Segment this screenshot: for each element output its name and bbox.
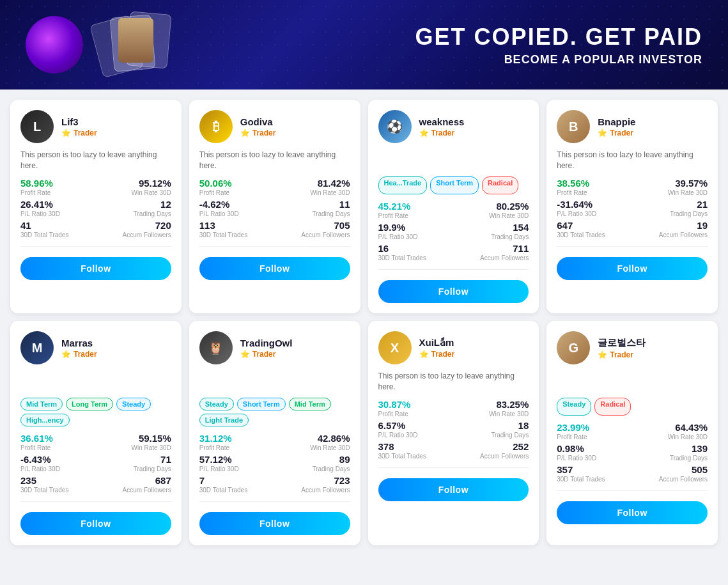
- card-info-globo: 글로벌스타⭐Trader: [598, 337, 646, 359]
- stat-label-godiva-4: 30D Total Trades: [199, 231, 272, 238]
- stat-label-xuilam-2: P/L Ratio 30D: [378, 432, 451, 439]
- tag-marras-2: Steady: [116, 398, 151, 410]
- card-tags-weakness: Hea...TradeShort TermRadical: [378, 176, 529, 194]
- stat-value-globo-5: 505: [635, 464, 708, 475]
- stat-marras-3: 71Trading Days: [98, 454, 171, 472]
- stat-label-xuilam-0: Profit Rate: [378, 410, 451, 417]
- stat-label-marras-1: Win Rate 30D: [98, 444, 171, 451]
- follow-button-bnappie[interactable]: Follow: [557, 257, 708, 280]
- follow-button-lif3[interactable]: Follow: [20, 257, 171, 280]
- stat-label-globo-0: Profit Rate: [557, 433, 630, 441]
- trader-name-weakness: weakness: [419, 116, 465, 127]
- stat-label-tradingowl-1: Win Rate 30D: [277, 444, 350, 451]
- trader-name-bnappie: Bnappie: [598, 116, 635, 127]
- banner-subtitle: BECOME A POPULAR INVESTOR: [415, 53, 702, 66]
- trader-card-marras: MMarras⭐TraderMid TermLong TermSteadyHig…: [10, 321, 182, 545]
- stat-value-lif3-0: 58.96%: [20, 178, 93, 189]
- stat-value-godiva-3: 11: [277, 199, 350, 210]
- stat-label-tradingowl-3: Trading Days: [277, 465, 350, 472]
- stat-label-bnappie-1: Win Rate 30D: [635, 189, 708, 196]
- stat-xuilam-2: 6.57%P/L Ratio 30D: [378, 420, 451, 439]
- banner: GET COPIED. GET PAID BECOME A POPULAR IN…: [0, 0, 728, 90]
- stat-label-tradingowl-5: Accum Followers: [277, 487, 350, 494]
- stat-xuilam-3: 18Trading Days: [456, 420, 529, 439]
- stat-marras-5: 687Accum Followers: [98, 475, 171, 494]
- card-desc-weakness: [378, 150, 529, 170]
- tag-globo-1: Radical: [594, 398, 631, 416]
- stat-globo-0: 23.99%Profit Rate: [557, 422, 630, 441]
- stat-label-xuilam-3: Trading Days: [456, 432, 529, 439]
- stat-label-lif3-1: Win Rate 30D: [98, 189, 171, 196]
- stat-value-tradingowl-2: 57.12%: [199, 454, 272, 465]
- stat-label-globo-3: Trading Days: [635, 455, 708, 462]
- trader-name-tradingowl: TradingOwl: [240, 338, 293, 348]
- stat-value-godiva-0: 50.06%: [199, 178, 272, 189]
- follow-button-globo[interactable]: Follow: [557, 501, 708, 524]
- follow-button-xuilam[interactable]: Follow: [378, 478, 529, 501]
- role-label-globo: Trader: [610, 350, 633, 359]
- card-info-lif3: Lif3⭐Trader: [61, 116, 97, 137]
- stat-value-godiva-5: 705: [277, 220, 350, 231]
- stat-label-weakness-3: Trading Days: [456, 233, 529, 240]
- follow-button-marras[interactable]: Follow: [20, 512, 171, 535]
- stat-weakness-0: 45.21%Profit Rate: [378, 201, 451, 219]
- stat-godiva-0: 50.06%Profit Rate: [199, 178, 272, 196]
- stat-value-weakness-3: 154: [456, 222, 529, 233]
- follow-button-weakness[interactable]: Follow: [378, 280, 529, 303]
- follow-button-tradingowl[interactable]: Follow: [199, 512, 350, 535]
- stat-label-marras-3: Trading Days: [98, 465, 171, 472]
- stat-label-globo-1: Win Rate 30D: [635, 433, 708, 441]
- stat-tradingowl-2: 57.12%P/L Ratio 30D: [199, 454, 272, 472]
- stat-marras-2: -6.43%P/L Ratio 30D: [20, 454, 93, 472]
- stat-value-godiva-2: -4.62%: [199, 199, 272, 210]
- divider-globo: [557, 490, 708, 491]
- stat-tradingowl-0: 31.12%Profit Rate: [199, 433, 272, 451]
- role-label-tradingowl: Trader: [252, 350, 276, 359]
- stat-label-marras-5: Accum Followers: [98, 487, 171, 494]
- card-stats-weakness: 45.21%Profit Rate80.25%Win Rate 30D19.9%…: [378, 201, 529, 261]
- stat-label-xuilam-5: Accum Followers: [456, 453, 529, 460]
- trader-card-globo: G글로벌스타⭐TraderSteadyRadical23.99%Profit R…: [546, 321, 718, 545]
- card-desc-godiva: This person is too lazy to leave anythin…: [199, 150, 350, 171]
- stat-bnappie-3: 21Trading Days: [635, 199, 708, 217]
- stat-label-xuilam-4: 30D Total Trades: [378, 453, 451, 460]
- star-icon-godiva: ⭐: [240, 129, 250, 137]
- stat-weakness-1: 80.25%Win Rate 30D: [456, 201, 529, 219]
- stat-value-marras-1: 59.15%: [98, 433, 171, 444]
- banner-person: [118, 18, 153, 63]
- trader-role-tradingowl: ⭐Trader: [240, 350, 293, 359]
- stat-label-godiva-3: Trading Days: [277, 210, 350, 217]
- tag-globo-0: Steady: [557, 398, 591, 416]
- card-stats-marras: 36.61%Profit Rate59.15%Win Rate 30D-6.43…: [20, 433, 171, 494]
- stat-value-weakness-1: 80.25%: [456, 201, 529, 212]
- card-header-bnappie: BBnappie⭐Trader: [557, 110, 708, 143]
- stat-xuilam-1: 83.25%Win Rate 30D: [456, 399, 529, 417]
- card-stats-lif3: 58.96%Profit Rate95.12%Win Rate 30D26.41…: [20, 178, 171, 238]
- card-header-xuilam: XXuiLắm⭐Trader: [378, 331, 529, 364]
- banner-left: [26, 13, 173, 77]
- card-header-marras: MMarras⭐Trader: [20, 331, 171, 364]
- stat-globo-1: 64.43%Win Rate 30D: [635, 422, 708, 441]
- stat-value-xuilam-3: 18: [456, 420, 529, 431]
- avatar-godiva: ₿: [199, 110, 233, 143]
- tag-tradingowl-3: Light Trade: [199, 414, 249, 426]
- divider-lif3: [20, 246, 171, 247]
- stat-value-lif3-3: 12: [98, 199, 171, 210]
- tag-marras-3: High...ency: [20, 414, 70, 426]
- card-info-weakness: weakness⭐Trader: [419, 116, 465, 137]
- stat-label-marras-0: Profit Rate: [20, 444, 93, 451]
- stat-xuilam-0: 30.87%Profit Rate: [378, 399, 451, 417]
- stat-godiva-3: 11Trading Days: [277, 199, 350, 217]
- stat-label-godiva-0: Profit Rate: [199, 189, 272, 196]
- trader-role-xuilam: ⭐Trader: [419, 350, 455, 359]
- stat-value-lif3-4: 41: [20, 220, 93, 231]
- star-icon-weakness: ⭐: [419, 129, 429, 137]
- stat-value-xuilam-1: 83.25%: [456, 399, 529, 410]
- card-info-xuilam: XuiLắm⭐Trader: [419, 337, 455, 359]
- stat-tradingowl-5: 723Accum Followers: [277, 475, 350, 494]
- stat-label-lif3-3: Trading Days: [98, 210, 171, 217]
- card-desc-globo: [557, 371, 708, 391]
- follow-button-godiva[interactable]: Follow: [199, 257, 350, 280]
- avatar-xuilam: X: [378, 331, 412, 364]
- stat-value-weakness-5: 711: [456, 243, 529, 254]
